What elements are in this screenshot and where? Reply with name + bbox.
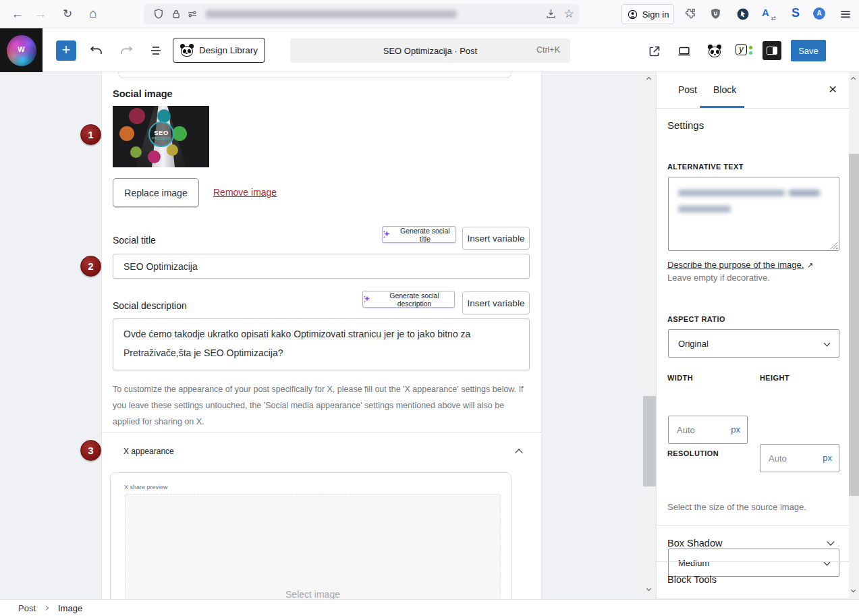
previous-card-bottom bbox=[118, 72, 511, 78]
width-unit: px bbox=[731, 424, 740, 435]
permissions-icon[interactable] bbox=[186, 8, 198, 20]
design-library-button[interactable]: Design Library bbox=[173, 38, 265, 63]
height-input[interactable] bbox=[760, 445, 808, 472]
tab-block[interactable]: Block bbox=[713, 84, 736, 95]
scroll-up-icon[interactable] bbox=[851, 77, 856, 82]
step-badge-3: 3 bbox=[80, 440, 101, 461]
height-label: HEIGHT bbox=[760, 374, 789, 382]
social-description-label: Social description bbox=[113, 300, 187, 311]
redo-icon[interactable] bbox=[118, 43, 134, 59]
replace-image-button[interactable]: Replace image bbox=[113, 178, 199, 207]
ublock-shield-icon[interactable] bbox=[709, 7, 723, 21]
shield-icon[interactable] bbox=[153, 8, 165, 20]
textarea-resize-handle[interactable] bbox=[830, 242, 837, 249]
url-bar[interactable]: ☆ bbox=[144, 4, 579, 24]
social-title-label: Social title bbox=[113, 235, 156, 246]
chevron-down-icon bbox=[824, 340, 831, 347]
step-badge-2: 2 bbox=[80, 256, 101, 277]
x-image-dropzone[interactable]: Select image bbox=[125, 494, 501, 599]
forward-icon[interactable]: → bbox=[32, 7, 49, 21]
save-button[interactable]: Save bbox=[791, 40, 826, 61]
content-scrollbar-thumb[interactable] bbox=[643, 396, 656, 486]
preview-device-icon[interactable] bbox=[676, 43, 692, 59]
describe-purpose-link[interactable]: Describe the purpose of the image. ↗ bbox=[667, 258, 813, 271]
social-title-input[interactable] bbox=[113, 254, 530, 279]
panel-divider bbox=[657, 525, 850, 526]
x-share-preview-label: X share preview bbox=[124, 484, 168, 491]
reload-icon[interactable]: ↻ bbox=[59, 7, 76, 21]
design-library-label: Design Library bbox=[199, 45, 258, 55]
panel-divider bbox=[657, 598, 850, 598]
bookmark-star-icon[interactable]: ☆ bbox=[561, 7, 577, 21]
thumb-seo-text: SEO bbox=[150, 129, 173, 136]
view-post-external-icon[interactable] bbox=[646, 43, 662, 59]
undo-icon[interactable] bbox=[88, 43, 105, 59]
url-text-blurred bbox=[206, 10, 457, 18]
x-share-preview-card: X share preview Select image bbox=[110, 472, 511, 599]
editor-toolbar: W + Design Library SEO Optimizacija · Po… bbox=[0, 28, 859, 72]
settings-sidebar-toggle[interactable] bbox=[763, 41, 781, 60]
remove-image-link[interactable]: Remove image bbox=[213, 187, 277, 198]
close-sidebar-icon[interactable]: × bbox=[829, 83, 837, 95]
alt-text-label: ALTERNATIVE TEXT bbox=[667, 163, 744, 171]
aspect-ratio-select[interactable]: Original bbox=[668, 329, 839, 358]
block-tools-heading: Block Tools bbox=[667, 574, 717, 585]
resolution-hint: Select the size of the source image. bbox=[667, 502, 806, 512]
social-image-thumbnail[interactable]: SEOPROCESS bbox=[113, 106, 209, 167]
panda-plugin-icon[interactable] bbox=[706, 43, 723, 59]
sidebar-scrollbar-thumb[interactable] bbox=[849, 154, 859, 496]
site-logo[interactable]: W bbox=[0, 28, 43, 72]
cursor-extension-icon[interactable] bbox=[736, 7, 750, 22]
breadcrumb-post[interactable]: Post bbox=[18, 603, 36, 613]
resolution-select[interactable]: Medium bbox=[668, 549, 839, 577]
width-input[interactable] bbox=[669, 416, 716, 443]
menu-hamburger-icon[interactable] bbox=[839, 7, 852, 21]
step-badge-1: 1 bbox=[80, 124, 101, 145]
social-image-heading: Social image bbox=[113, 88, 173, 99]
sidebar-scrollbar[interactable] bbox=[849, 72, 859, 599]
extensions-puzzle-icon[interactable] bbox=[683, 7, 697, 21]
document-title: SEO Optimizacija · Post bbox=[383, 46, 477, 56]
box-shadow-toggle[interactable]: Box Shadow bbox=[667, 538, 722, 549]
thumb-process-text: PROCESS bbox=[150, 136, 173, 140]
select-image-label: Select image bbox=[126, 589, 500, 599]
breadcrumb-bar: Post Image bbox=[0, 599, 859, 616]
sign-in-button[interactable]: Sign in bbox=[621, 4, 674, 24]
ai-sparkle-icon bbox=[363, 295, 371, 304]
tabs-divider bbox=[657, 108, 850, 109]
external-arrow-icon: ↗ bbox=[807, 261, 813, 269]
insert-variable-title-button[interactable]: Insert variable bbox=[462, 227, 530, 250]
yoast-seo-icon[interactable]: y bbox=[736, 42, 753, 58]
scroll-down-icon[interactable] bbox=[851, 588, 856, 592]
generate-social-title-label: Generate social title bbox=[395, 227, 455, 243]
x-settings-note: To customize the appearance of your post… bbox=[113, 381, 531, 430]
s-extension-icon[interactable]: S bbox=[788, 6, 803, 21]
lock-icon[interactable] bbox=[170, 8, 182, 20]
social-description-textarea[interactable]: Ovde ćemo takodje ukratko opisati kako O… bbox=[113, 318, 530, 370]
content-scrollbar[interactable] bbox=[643, 72, 656, 599]
download-icon[interactable] bbox=[545, 7, 557, 20]
tab-post[interactable]: Post bbox=[678, 84, 697, 95]
width-label: WIDTH bbox=[667, 374, 693, 382]
ai-sparkle-icon bbox=[383, 230, 391, 239]
scroll-down-icon[interactable] bbox=[646, 586, 651, 591]
chevron-down-icon[interactable] bbox=[827, 538, 834, 545]
generate-social-description-button[interactable]: Generate social description bbox=[362, 291, 455, 308]
block-inserter-button[interactable]: + bbox=[56, 40, 76, 61]
decorative-hint: Leave empty if decorative. bbox=[667, 273, 770, 283]
translate-a-icon[interactable]: A ⇄ bbox=[761, 7, 776, 22]
translate-circle-icon[interactable]: A bbox=[813, 7, 825, 20]
alt-text-textarea[interactable] bbox=[668, 177, 839, 251]
back-icon[interactable]: ← bbox=[9, 7, 26, 21]
command-bar[interactable]: SEO Optimizacija · Post Ctrl+K bbox=[290, 38, 570, 63]
aspect-ratio-label: ASPECT RATIO bbox=[667, 315, 725, 323]
document-overview-icon[interactable] bbox=[148, 43, 164, 59]
height-unit: px bbox=[823, 453, 832, 463]
home-icon[interactable]: ⌂ bbox=[85, 7, 101, 20]
screen: ← → ↻ ⌂ ☆ Sign in A ⇄ S A W + bbox=[0, 0, 859, 616]
insert-variable-description-button[interactable]: Insert variable bbox=[462, 291, 530, 314]
browser-toolbar: ← → ↻ ⌂ ☆ Sign in A ⇄ S A bbox=[0, 0, 859, 28]
generate-social-title-button[interactable]: Generate social title bbox=[382, 226, 456, 243]
scroll-up-icon[interactable] bbox=[646, 77, 651, 82]
settings-heading: Settings bbox=[667, 119, 704, 131]
